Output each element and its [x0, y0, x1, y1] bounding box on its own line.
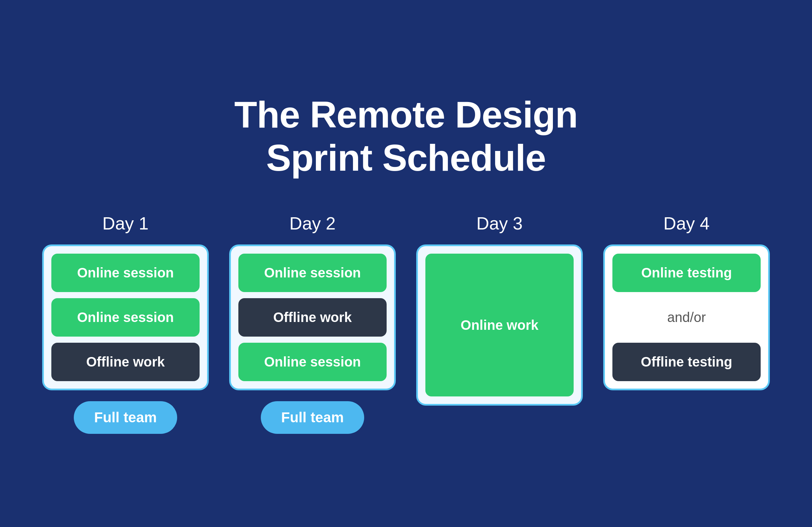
- day1-column: Day 1 Online session Online session Offl…: [42, 213, 209, 434]
- schedule-grid: Day 1 Online session Online session Offl…: [42, 213, 770, 434]
- day4-label: Day 4: [663, 213, 710, 234]
- day4-block3-label: Offline testing: [641, 354, 733, 369]
- day1-team-badge: Full team: [74, 401, 177, 434]
- day3-card: Online work: [416, 245, 583, 406]
- day1-block1-label: Online session: [77, 265, 174, 280]
- title-line2: Sprint Schedule: [266, 137, 546, 178]
- day2-block1: Online session: [238, 254, 387, 292]
- day2-block2-label: Offline work: [273, 310, 352, 325]
- day1-block3-label: Offline work: [86, 354, 164, 369]
- day2-label: Day 2: [289, 213, 336, 234]
- day1-card: Online session Online session Offline wo…: [42, 245, 209, 390]
- day2-block3: Online session: [238, 343, 387, 381]
- day3-block1-label: Online work: [461, 318, 539, 333]
- day3-block1: Online work: [425, 254, 574, 396]
- day4-block2: and/or: [612, 298, 761, 337]
- day1-label: Day 1: [102, 213, 149, 234]
- day2-block2: Offline work: [238, 298, 387, 337]
- day2-block3-label: Online session: [264, 354, 361, 369]
- day1-block1: Online session: [51, 254, 200, 292]
- day4-column: Day 4 Online testing and/or Offline test…: [603, 213, 770, 390]
- day1-block3: Offline work: [51, 343, 200, 381]
- day2-team-badge: Full team: [261, 401, 364, 434]
- day1-block2-label: Online session: [77, 310, 174, 325]
- day3-label: Day 3: [476, 213, 523, 234]
- day2-card: Online session Offline work Online sessi…: [229, 245, 396, 390]
- day2-block1-label: Online session: [264, 265, 361, 280]
- day2-column: Day 2 Online session Offline work Online…: [229, 213, 396, 434]
- day1-block2: Online session: [51, 298, 200, 337]
- day4-block2-label: and/or: [667, 310, 706, 325]
- title-line1: The Remote Design: [234, 93, 578, 135]
- page-title: The Remote Design Sprint Schedule: [234, 93, 578, 179]
- day1-team-label: Full team: [94, 409, 157, 425]
- day4-block1-label: Online testing: [641, 265, 732, 280]
- day4-block3: Offline testing: [612, 343, 761, 381]
- day4-block1: Online testing: [612, 254, 761, 292]
- day4-card: Online testing and/or Offline testing: [603, 245, 770, 390]
- day2-team-label: Full team: [281, 409, 344, 425]
- day3-column: Day 3 Online work: [416, 213, 583, 406]
